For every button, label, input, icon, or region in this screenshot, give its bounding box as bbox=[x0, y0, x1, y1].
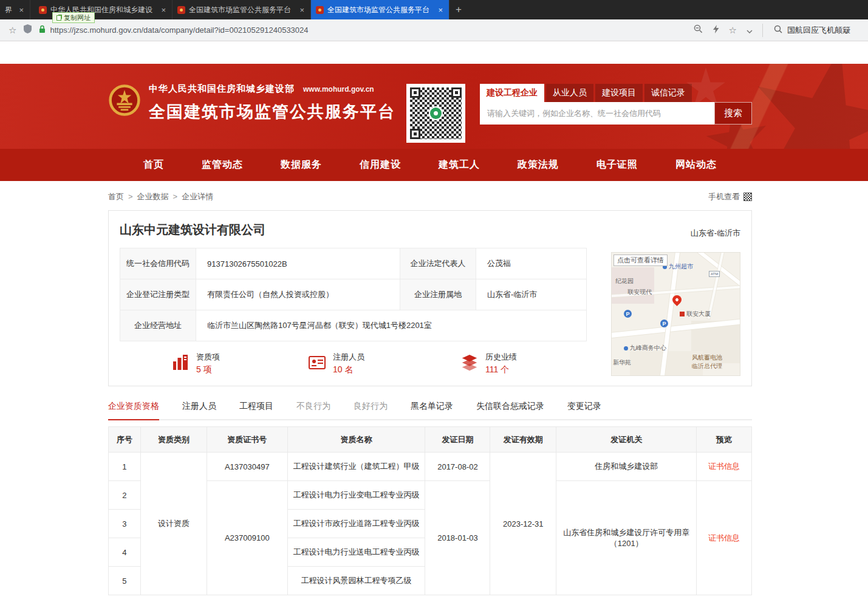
seq-cell: 5 bbox=[109, 567, 141, 595]
reg-area-label: 企业注册属地 bbox=[400, 279, 476, 310]
location-map[interactable]: 点击可查看详情 九州超市 ATM 纪花园 联安现代 P P 联安大厦 九峰商务中… bbox=[611, 252, 740, 376]
credit-code-value: 91371302675501022B bbox=[196, 248, 400, 279]
qr-pattern bbox=[410, 87, 462, 139]
nav-item-policy[interactable]: 政策法规 bbox=[518, 159, 559, 171]
nav-item-home[interactable]: 首页 bbox=[143, 159, 164, 171]
tab-bad-behavior[interactable]: 不良行为 bbox=[296, 401, 330, 419]
search-category-tabs: 建设工程企业 从业人员 建设项目 诚信记录 bbox=[480, 84, 752, 102]
copy-url-label: 复制网址 bbox=[64, 13, 91, 22]
lightning-icon[interactable] bbox=[713, 25, 719, 36]
search-tab-personnel[interactable]: 从业人员 bbox=[546, 84, 593, 102]
qual-name-cell: 工程设计风景园林工程专项乙级 bbox=[287, 567, 425, 595]
close-icon[interactable]: × bbox=[18, 5, 25, 15]
col-validity: 发证有效期 bbox=[490, 427, 556, 453]
col-category: 资质类别 bbox=[140, 427, 207, 453]
poi-label: 纪花园 bbox=[615, 277, 634, 285]
browser-address-bar: ☆ https://jzsc.mohurd.gov.cn/data/compan… bbox=[0, 19, 868, 41]
reg-type-value: 有限责任公司（自然人投资或控股） bbox=[196, 279, 400, 310]
stat-registered-personnel[interactable]: 注册人员 10 名 bbox=[308, 352, 364, 375]
breadcrumb-company-data[interactable]: 企业数据 bbox=[137, 191, 182, 202]
header-qr-code bbox=[406, 84, 465, 143]
legal-rep-value: 公茂福 bbox=[476, 248, 587, 279]
tab-qualifications[interactable]: 企业资质资格 bbox=[108, 401, 159, 420]
breadcrumb: 首页 企业数据 企业详情 手机查看 bbox=[108, 191, 752, 202]
col-authority: 发证机关 bbox=[556, 427, 697, 453]
stat-value: 5 项 bbox=[196, 364, 220, 375]
nav-item-credit[interactable]: 信用建设 bbox=[360, 159, 401, 171]
national-emblem-icon bbox=[108, 83, 141, 120]
site-favicon-icon bbox=[39, 6, 47, 14]
stat-label: 历史业绩 bbox=[485, 352, 517, 363]
search-tab-project[interactable]: 建设项目 bbox=[595, 84, 643, 102]
close-icon[interactable]: × bbox=[437, 5, 444, 15]
poi-label: 九峰商务中心 bbox=[630, 344, 666, 352]
stat-value: 111 个 bbox=[485, 364, 517, 375]
keyword-search-input[interactable] bbox=[480, 102, 714, 125]
breadcrumb-home[interactable]: 首页 bbox=[108, 191, 137, 202]
map-block bbox=[612, 267, 654, 304]
site-header: 中华人民共和国住房和城乡建设部 www.mohurd.gov.cn 全国建筑市场… bbox=[0, 64, 868, 149]
poi-label: 风航蓄电池 bbox=[692, 354, 722, 362]
poi-dot-icon bbox=[624, 346, 628, 350]
url-group[interactable]: https://jzsc.mohurd.gov.cn/data/company/… bbox=[39, 25, 308, 36]
main-navigation: 首页 监管动态 数据服务 信用建设 建筑工人 政策法规 电子证照 网站动态 bbox=[0, 149, 868, 181]
qual-name-cell: 工程设计电力行业变电工程专业丙级 bbox=[287, 481, 425, 510]
browser-search-box[interactable]: 国航回应飞机颠簸 bbox=[762, 24, 859, 37]
qual-name-cell: 工程设计电力行业送电工程专业丙级 bbox=[287, 538, 425, 567]
qual-name-cell: 工程设计市政行业道路工程专业丙级 bbox=[287, 510, 425, 538]
nav-item-supervision[interactable]: 监管动态 bbox=[202, 159, 243, 171]
hot-search-text[interactable]: 国航回应飞机颠簸 bbox=[787, 25, 850, 36]
nav-item-data-service[interactable]: 数据服务 bbox=[281, 159, 322, 171]
issue-date-cell: 2017-08-02 bbox=[425, 453, 490, 481]
chevron-down-icon[interactable] bbox=[747, 25, 753, 36]
map-road bbox=[672, 252, 740, 304]
copy-url-tooltip[interactable]: 复制网址 bbox=[52, 12, 95, 23]
stat-historical-performance[interactable]: 历史业绩 111 个 bbox=[460, 352, 517, 375]
poi-label: 新华苑 bbox=[613, 358, 631, 367]
search-tab-credit[interactable]: 诚信记录 bbox=[644, 84, 692, 102]
new-tab-button[interactable]: + bbox=[449, 0, 468, 19]
tab-registered-personnel[interactable]: 注册人员 bbox=[182, 401, 216, 419]
browser-tab-jzsc-active[interactable]: 全国建筑市场监管公共服务平台 × bbox=[311, 0, 449, 19]
search-tab-enterprise[interactable]: 建设工程企业 bbox=[480, 84, 544, 102]
col-issue-date: 发证日期 bbox=[425, 427, 490, 453]
seq-cell: 2 bbox=[109, 481, 141, 510]
tab-blacklist[interactable]: 黑名单记录 bbox=[411, 401, 453, 419]
seq-cell: 1 bbox=[109, 453, 141, 481]
search-submit-button[interactable]: 搜索 bbox=[714, 102, 752, 125]
ministry-url: www.mohurd.gov.cn bbox=[303, 85, 374, 94]
address-label: 企业经营地址 bbox=[120, 310, 196, 341]
nav-item-site-news[interactable]: 网站动态 bbox=[675, 159, 717, 171]
bookmark-star-icon[interactable]: ☆ bbox=[9, 26, 16, 35]
parking-icon: P bbox=[660, 320, 668, 327]
ministry-name: 中华人民共和国住房和城乡建设部 bbox=[149, 83, 295, 95]
favorite-star-icon[interactable]: ☆ bbox=[729, 26, 737, 35]
cert-info-link[interactable]: 证书信息 bbox=[697, 481, 752, 595]
close-icon[interactable]: × bbox=[298, 5, 306, 15]
tab-projects[interactable]: 工程项目 bbox=[239, 401, 273, 419]
cert-no-cell: A137030497 bbox=[207, 453, 287, 481]
authority-cell: 山东省住房和城乡建设厅许可专用章（1201） bbox=[556, 481, 697, 595]
browser-tab-jzsc-1[interactable]: 全国建筑市场监管公共服务平台 × bbox=[173, 0, 311, 19]
poi-label: 临沂总代理 bbox=[692, 362, 722, 371]
zoom-icon[interactable] bbox=[694, 24, 703, 36]
site-safety-icon[interactable] bbox=[24, 24, 32, 36]
nav-item-e-license[interactable]: 电子证照 bbox=[596, 159, 638, 171]
tab-change-records[interactable]: 变更记录 bbox=[567, 401, 601, 419]
stat-value: 10 名 bbox=[333, 364, 364, 375]
authority-cell: 住房和城乡建设部 bbox=[556, 453, 697, 481]
browser-tab-partial[interactable]: 界 × bbox=[0, 0, 30, 19]
mobile-view-button[interactable]: 手机查看 bbox=[708, 191, 752, 202]
stat-qualifications[interactable]: 资质项 5 项 bbox=[171, 352, 220, 375]
company-region: 山东省-临沂市 bbox=[691, 228, 740, 239]
reg-area-value: 山东省-临沂市 bbox=[476, 279, 587, 310]
site-favicon-icon bbox=[316, 6, 324, 14]
url-text[interactable]: https://jzsc.mohurd.gov.cn/data/company/… bbox=[50, 26, 308, 35]
tab-good-behavior[interactable]: 良好行为 bbox=[354, 401, 388, 419]
tab-dishonesty-records[interactable]: 失信联合惩戒记录 bbox=[476, 401, 544, 419]
cert-info-link[interactable]: 证书信息 bbox=[697, 453, 752, 481]
company-info-card: 山东中元建筑设计有限公司 山东省-临沂市 统一社会信用代码 9137130267… bbox=[108, 210, 752, 386]
close-icon[interactable]: × bbox=[160, 5, 167, 15]
nav-item-workers[interactable]: 建筑工人 bbox=[439, 159, 480, 171]
qr-code-icon bbox=[743, 193, 752, 201]
